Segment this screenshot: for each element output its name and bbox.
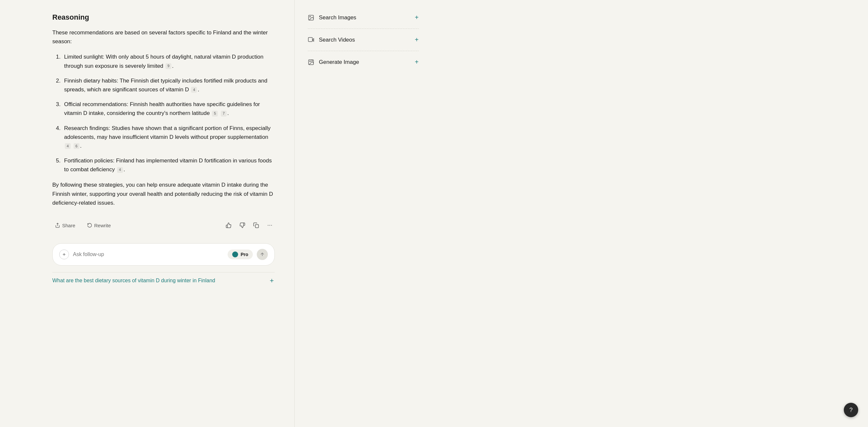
citation-badge[interactable]: 5 <box>212 111 218 117</box>
svg-rect-12 <box>308 37 313 41</box>
svg-point-2 <box>268 225 269 226</box>
svg-point-15 <box>310 61 311 62</box>
list-item-text: Fortification policies: Finland has impl… <box>64 158 272 173</box>
sidebar-plus-icon: + <box>415 14 418 21</box>
list-item: Official recommendations: Finnish health… <box>62 100 275 118</box>
sidebar-item-search-videos[interactable]: Search Videos + <box>308 29 418 51</box>
sidebar-item-search-images[interactable]: Search Images + <box>308 6 418 29</box>
sidebar-plus-icon: + <box>415 36 418 44</box>
list-item: Research findings: Studies have shown th… <box>62 124 275 151</box>
share-button[interactable]: Share <box>52 221 78 230</box>
copy-icon <box>253 222 259 228</box>
main-content: Reasoning These recommendations are base… <box>0 0 294 427</box>
citation-badge[interactable]: 4 <box>117 167 123 173</box>
thumbs-up-button[interactable] <box>224 220 234 230</box>
page-container: Reasoning These recommendations are base… <box>0 0 868 427</box>
rewrite-button[interactable]: Rewrite <box>84 221 114 230</box>
follow-up-input[interactable] <box>73 252 224 257</box>
related-question-text: What are the best dietary sources of vit… <box>52 278 215 284</box>
arrow-up-icon <box>260 252 265 257</box>
thumbs-down-button[interactable] <box>238 220 247 230</box>
svg-point-3 <box>270 225 270 226</box>
pro-toggle[interactable]: Pro <box>228 250 253 259</box>
more-icon <box>267 222 273 228</box>
sidebar-item-left: Search Images <box>308 15 356 21</box>
right-sidebar: Search Images + Search Videos + <box>294 0 432 427</box>
svg-point-11 <box>310 16 311 17</box>
thumbs-down-icon <box>239 222 245 228</box>
reasoning-title: Reasoning <box>52 13 275 22</box>
svg-point-4 <box>271 225 272 226</box>
list-item-text: Finnish dietary habits: The Finnish diet… <box>64 78 267 93</box>
copy-button[interactable] <box>251 220 261 230</box>
sidebar-item-label: Generate Image <box>319 59 359 65</box>
plus-icon <box>269 278 275 284</box>
citation-badge[interactable]: 9 <box>165 63 172 69</box>
sidebar-item-label: Search Images <box>319 15 356 21</box>
plus-icon <box>62 252 66 257</box>
action-bar-left: Share Rewrite <box>52 221 114 230</box>
image-icon <box>308 15 314 21</box>
follow-up-container: Pro <box>52 243 275 265</box>
list-item-text: Limited sunlight: With only about 5 hour… <box>64 54 264 69</box>
list-item-text: Official recommendations: Finnish health… <box>64 101 260 116</box>
more-options-button[interactable] <box>265 220 275 230</box>
video-icon <box>308 37 314 43</box>
reasoning-conclusion: By following these strategies, you can h… <box>52 180 275 207</box>
list-item: Fortification policies: Finland has impl… <box>62 156 275 174</box>
citation-badge[interactable]: 4 <box>191 87 197 93</box>
rewrite-icon <box>87 223 92 228</box>
reasoning-intro: These recommendations are based on sever… <box>52 28 275 46</box>
submit-button[interactable] <box>257 249 268 260</box>
list-item-text: Research findings: Studies have shown th… <box>64 125 271 140</box>
pro-label: Pro <box>241 252 248 257</box>
action-bar-right <box>224 220 275 230</box>
sidebar-item-left: Generate Image <box>308 59 359 65</box>
sidebar-item-generate-image[interactable]: Generate Image + <box>308 51 418 73</box>
sidebar-item-label: Search Videos <box>319 37 355 43</box>
list-item: Limited sunlight: With only about 5 hour… <box>62 52 275 70</box>
share-icon <box>55 223 60 228</box>
citation-badge[interactable]: 4 <box>65 143 71 149</box>
list-item: Finnish dietary habits: The Finnish diet… <box>62 76 275 94</box>
follow-up-add-button[interactable] <box>59 250 69 259</box>
related-question[interactable]: What are the best dietary sources of vit… <box>52 272 275 289</box>
help-label: ? <box>849 407 852 414</box>
generate-icon <box>308 59 314 65</box>
toggle-dot <box>232 252 238 257</box>
citation-badge[interactable]: 7 <box>221 111 227 117</box>
thumbs-up-icon <box>226 222 231 228</box>
svg-rect-1 <box>255 225 259 228</box>
action-bar: Share Rewrite <box>52 217 275 233</box>
sidebar-plus-icon: + <box>415 58 418 66</box>
reasoning-list: Limited sunlight: With only about 5 hour… <box>52 52 275 174</box>
citation-badge[interactable]: 6 <box>73 143 80 149</box>
help-button[interactable]: ? <box>844 403 858 417</box>
sidebar-item-left: Search Videos <box>308 37 355 43</box>
